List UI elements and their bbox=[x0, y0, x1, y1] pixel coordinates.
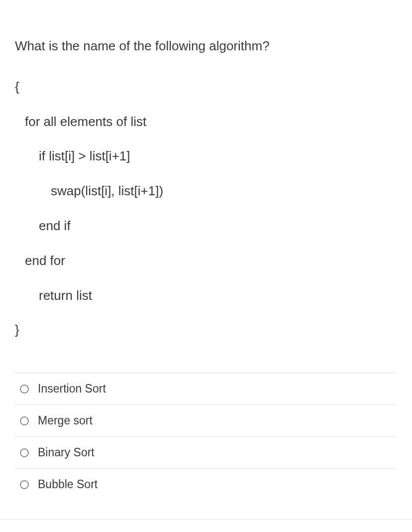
option-binary-sort[interactable]: Binary Sort bbox=[15, 437, 397, 469]
code-block: { for all elements of list if list[i] > … bbox=[15, 79, 397, 339]
radio-icon bbox=[20, 385, 29, 394]
code-line: swap(list[i], list[i+1]) bbox=[15, 183, 397, 200]
option-label: Bubble Sort bbox=[38, 478, 98, 491]
code-line: { bbox=[15, 79, 397, 96]
option-bubble-sort[interactable]: Bubble Sort bbox=[15, 469, 397, 500]
code-line: if list[i] > list[i+1] bbox=[15, 148, 397, 165]
code-line: end if bbox=[15, 218, 397, 235]
option-label: Merge sort bbox=[38, 414, 93, 427]
option-merge-sort[interactable]: Merge sort bbox=[15, 405, 397, 437]
code-line: end for bbox=[15, 253, 397, 269]
radio-icon bbox=[20, 416, 29, 425]
option-label: Insertion Sort bbox=[38, 382, 106, 396]
footer-divider bbox=[0, 519, 412, 520]
option-label: Binary Sort bbox=[38, 446, 95, 459]
options-list: Insertion Sort Merge sort Binary Sort Bu… bbox=[15, 373, 397, 500]
question-prompt: What is the name of the following algori… bbox=[15, 38, 397, 55]
option-insertion-sort[interactable]: Insertion Sort bbox=[15, 373, 397, 405]
code-line: } bbox=[15, 322, 397, 339]
radio-icon bbox=[20, 448, 29, 457]
question-container: What is the name of the following algori… bbox=[0, 0, 412, 500]
radio-icon bbox=[20, 480, 29, 489]
code-line: for all elements of list bbox=[15, 114, 397, 131]
code-line: return list bbox=[15, 287, 397, 304]
